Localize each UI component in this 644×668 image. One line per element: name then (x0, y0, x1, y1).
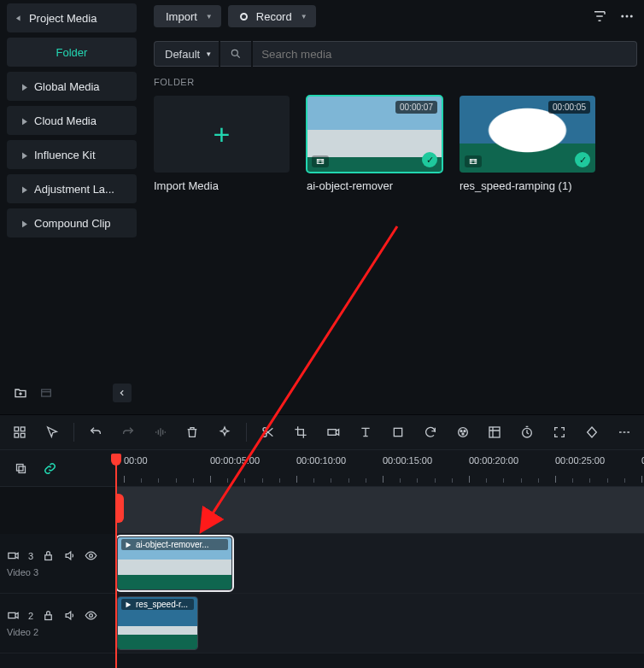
media-card-clip2[interactable]: 00:00:05 ✓ res_speed-ramping (1) (460, 96, 595, 192)
timeline-clip-res-speed-ramping[interactable]: res_speed-r... (117, 596, 198, 650)
ai-tools-icon[interactable] (210, 419, 239, 445)
expand-icon[interactable] (545, 419, 574, 445)
sidebar-item-folder[interactable]: Folder (7, 38, 137, 67)
track-name: Video 2 (7, 627, 108, 637)
camera-icon (7, 549, 20, 562)
svg-rect-5 (317, 160, 324, 164)
svg-point-4 (231, 50, 237, 56)
sidebar-item-adjustment-layer[interactable]: ▶ Adjustment La... (7, 174, 137, 203)
ruler-tick-label: 00:00:15:00 (383, 455, 432, 466)
record-label: Record (256, 10, 292, 23)
media-card-clip1[interactable]: 00:00:07 ✓ ai-object-remover (307, 96, 442, 192)
play-icon (124, 541, 132, 549)
import-media-card[interactable]: + Import Media (154, 96, 290, 192)
search-icon (220, 41, 251, 67)
ruler-tick-label: 00:00:25:00 (555, 455, 605, 466)
playhead[interactable] (115, 457, 117, 668)
visibility-icon[interactable] (85, 549, 97, 562)
search-input[interactable] (253, 41, 637, 67)
sidebar-bottom-bar (7, 377, 137, 409)
lock-icon[interactable] (42, 609, 55, 622)
chevron-down-icon: ▼ (205, 50, 212, 58)
media-thumb[interactable]: 00:00:07 ✓ (307, 96, 442, 173)
sidebar-item-project-media[interactable]: ▼ Project Media (7, 3, 137, 32)
selection-tool-icon[interactable] (38, 419, 67, 445)
undo-icon[interactable] (81, 419, 110, 445)
new-folder-icon[interactable] (12, 384, 29, 401)
track-header-video3[interactable]: 3 Video 3 (0, 534, 115, 594)
filter-icon[interactable] (589, 6, 610, 26)
sidebar-item-cloud-media[interactable]: ▶ Cloud Media (7, 106, 137, 135)
svg-rect-15 (394, 428, 401, 436)
redo-icon[interactable] (114, 419, 143, 445)
sidebar-label: Folder (56, 46, 88, 59)
chevron-down-icon: ▼ (301, 13, 307, 21)
text-icon[interactable] (351, 419, 380, 445)
new-bin-icon[interactable] (38, 384, 55, 401)
svg-rect-8 (15, 427, 19, 431)
chevron-right-icon: ▶ (22, 81, 27, 91)
media-panel: Import ▼ Record ▼ Default ▼ (143, 0, 644, 414)
search-scope-select[interactable]: Default ▼ (154, 41, 219, 67)
video-indicator-icon (312, 155, 329, 167)
color-icon[interactable] (448, 419, 477, 445)
svg-rect-23 (19, 466, 26, 473)
svg-point-19 (462, 433, 464, 435)
link-icon[interactable] (39, 455, 60, 481)
track-lane-video2[interactable]: res_speed-r... (115, 594, 644, 653)
clip-label: ai-object-remover... (136, 540, 209, 549)
duration-badge: 00:00:05 (548, 101, 590, 114)
media-grid: + Import Media 00:00:07 ✓ ai-object-remo… (154, 96, 637, 192)
ruler-tick-label: 00:00:05:00 (210, 455, 260, 466)
mute-icon[interactable] (63, 609, 76, 622)
track-header-video2[interactable]: 2 Video 2 (0, 594, 115, 653)
svg-rect-14 (328, 430, 336, 436)
lock-icon[interactable] (42, 549, 55, 562)
keyframe-icon[interactable] (577, 419, 606, 445)
mute-icon[interactable] (63, 549, 76, 562)
svg-point-16 (458, 428, 467, 437)
sidebar-item-influence-kit[interactable]: ▶ Influence Kit (7, 140, 137, 169)
chevron-down-icon: ▼ (206, 13, 213, 21)
record-dropdown[interactable]: Record ▼ (228, 5, 316, 27)
sidebar-item-global-media[interactable]: ▶ Global Media (7, 72, 137, 101)
timer-icon[interactable] (512, 419, 542, 445)
rotate-icon[interactable] (416, 419, 445, 445)
clip-label: res_speed-r... (136, 600, 188, 609)
more-tools-icon[interactable] (610, 419, 639, 445)
svg-rect-6 (470, 160, 477, 164)
media-thumb[interactable]: 00:00:05 ✓ (460, 96, 595, 173)
check-icon: ✓ (575, 152, 590, 167)
svg-rect-24 (9, 553, 15, 558)
timeline-ruler[interactable]: 00:0000:00:05:0000:00:10:0000:00:15:0000… (115, 450, 644, 486)
import-media-thumb[interactable]: + (154, 96, 290, 173)
chevron-down-icon: ▼ (15, 14, 22, 22)
media-label: res_speed-ramping (1) (460, 179, 595, 192)
more-icon[interactable] (617, 6, 637, 26)
speed-icon[interactable] (319, 419, 348, 445)
audio-detach-icon[interactable] (146, 419, 175, 445)
track-name: Video 3 (7, 567, 108, 577)
adjust-icon[interactable] (480, 419, 509, 445)
sidebar-label: Influence Kit (34, 149, 96, 161)
visibility-icon[interactable] (85, 609, 97, 622)
collapse-sidebar-button[interactable] (113, 384, 132, 402)
svg-point-18 (464, 431, 465, 432)
spacer-lane[interactable] (115, 487, 644, 534)
copy-timeline-icon[interactable] (10, 455, 31, 481)
split-icon[interactable] (254, 419, 283, 445)
delete-icon[interactable] (178, 419, 207, 445)
frame-icon[interactable] (383, 419, 413, 445)
track-lane-video3[interactable]: ai-object-remover... (115, 534, 644, 594)
timeline-clip-ai-object-remover[interactable]: ai-object-remover... (117, 536, 232, 590)
svg-rect-25 (45, 555, 52, 560)
crop-icon[interactable] (286, 419, 315, 445)
check-icon: ✓ (422, 152, 437, 167)
import-dropdown[interactable]: Import ▼ (154, 5, 221, 27)
svg-point-29 (90, 614, 93, 618)
duration-badge: 00:00:07 (395, 101, 437, 114)
track-options-icon[interactable] (5, 419, 34, 445)
sidebar-item-compound-clip[interactable]: ▶ Compound Clip (7, 208, 137, 237)
chevron-right-icon: ▶ (22, 149, 27, 160)
ruler-tick-label: 00:00 (124, 455, 148, 466)
